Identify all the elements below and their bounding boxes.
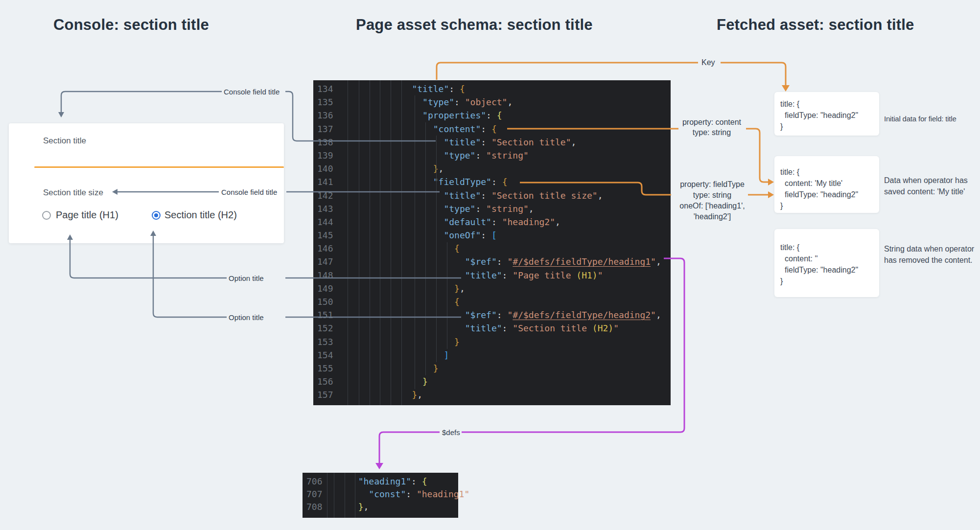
line-number: 152: [313, 322, 337, 335]
fetched-data-line: }: [780, 121, 873, 132]
line-number: 145: [313, 229, 337, 242]
annotation-defs: $defs: [442, 428, 460, 437]
annotation-property-fieldtype: property: fieldType type: string oneOf: …: [673, 179, 751, 222]
indent-guide: [447, 242, 447, 349]
line-number: 143: [313, 202, 337, 215]
indent-guides: [359, 80, 405, 405]
line-number: 707: [303, 488, 326, 501]
console-column-title: Console: section title: [53, 16, 209, 34]
line-number: 148: [313, 269, 337, 282]
fetched-data-line: fieldType: "heading2": [780, 264, 873, 276]
line-number: 144: [313, 215, 337, 229]
line-number: 153: [313, 335, 337, 348]
line-number: 134: [313, 82, 337, 95]
gutter-separator: [348, 80, 348, 405]
line-number: 149: [313, 282, 337, 295]
schema-column-title: Page asset schema: section title: [356, 16, 593, 34]
line-number: 137: [313, 122, 337, 136]
section-title-size-field-label: Section title size: [43, 188, 103, 198]
code-line: 708 },: [303, 501, 458, 513]
gutter-separator: [327, 473, 327, 518]
annotation-key: Key: [701, 58, 715, 67]
line-number: 151: [313, 308, 337, 322]
fetched-data-line: content: '': [780, 253, 873, 264]
defs-code-editor: 706 "heading1": {707 "const": "heading1"…: [303, 473, 458, 518]
radio-page-title-h1[interactable]: [42, 211, 51, 220]
console-form-card: Section title Section title size Page ti…: [9, 123, 284, 243]
line-number: 138: [313, 136, 337, 149]
line-number: 142: [313, 189, 337, 202]
fetched-data-line: fieldType: "heading2": [780, 110, 873, 121]
schema-ref-link[interactable]: #/$defs/fieldType/heading2: [513, 310, 651, 320]
fetched-caption-removed: String data when operator has removed th…: [884, 243, 980, 266]
line-number: 147: [313, 255, 337, 268]
fetched-caption-initial: Initial data for field: title: [884, 113, 980, 124]
fetched-data-line: }: [780, 200, 873, 211]
code-line: 706 "heading1": {: [303, 475, 458, 488]
annotation-property-content: property: content type: string: [675, 117, 749, 138]
radio-section-title-h2[interactable]: [152, 211, 161, 220]
schema-ref-link[interactable]: #/$defs/fieldType/heading1: [513, 256, 651, 267]
annotation-option-title-2: Option title: [229, 313, 264, 322]
fetched-data-line: title: {: [780, 166, 873, 178]
line-number: 155: [313, 362, 337, 375]
radio-page-title-h1-label[interactable]: Page title (H1): [56, 209, 118, 221]
line-number: 157: [313, 388, 337, 401]
line-number: 140: [313, 162, 337, 175]
line-number: 139: [313, 149, 337, 162]
radio-section-title-h2-label[interactable]: Section title (H2): [164, 209, 237, 221]
line-number: 141: [313, 175, 337, 188]
line-number: 135: [313, 95, 337, 109]
fetched-card-removed: title: {content: ''fieldType: "heading2"…: [774, 229, 879, 297]
schema-code-editor: 134 "title": {135 "type": "object",136 "…: [313, 80, 671, 405]
diagram-canvas: Console: section title Page asset schema…: [0, 0, 980, 530]
line-number: 146: [313, 242, 337, 255]
fetched-card-initial: title: {fieldType: "heading2"}: [774, 92, 879, 136]
fetched-data-line: title: {: [780, 98, 873, 110]
indent-guides: [334, 473, 356, 518]
line-number: 708: [303, 501, 326, 513]
annotation-console-field-title-1: Console field title: [224, 88, 280, 96]
line-number: 154: [313, 348, 337, 362]
fetched-data-line: content: 'My title': [780, 178, 873, 189]
indent-guide: [436, 136, 437, 362]
fetched-card-saved: title: {content: 'My title'fieldType: "h…: [774, 156, 879, 213]
line-number: 156: [313, 375, 337, 388]
section-title-input[interactable]: [34, 166, 284, 168]
code-line: 707 "const": "heading1": [303, 488, 458, 501]
fetched-data-line: fieldType: "heading2": [780, 189, 873, 200]
line-number: 706: [303, 475, 326, 488]
fetched-data-line: title: {: [780, 242, 873, 253]
indent-guide: [415, 95, 415, 389]
indent-guide: [425, 122, 426, 375]
line-number: 136: [313, 109, 337, 122]
section-title-field-label: Section title: [43, 136, 86, 146]
annotation-option-title-1: Option title: [229, 274, 264, 282]
annotation-console-field-title-2: Console field title: [221, 188, 277, 196]
line-number: 150: [313, 295, 337, 308]
fetched-data-line: }: [780, 276, 873, 287]
fetched-caption-saved: Data when operator has saved content: 'M…: [884, 175, 980, 197]
fetched-column-title: Fetched asset: section title: [717, 16, 914, 34]
